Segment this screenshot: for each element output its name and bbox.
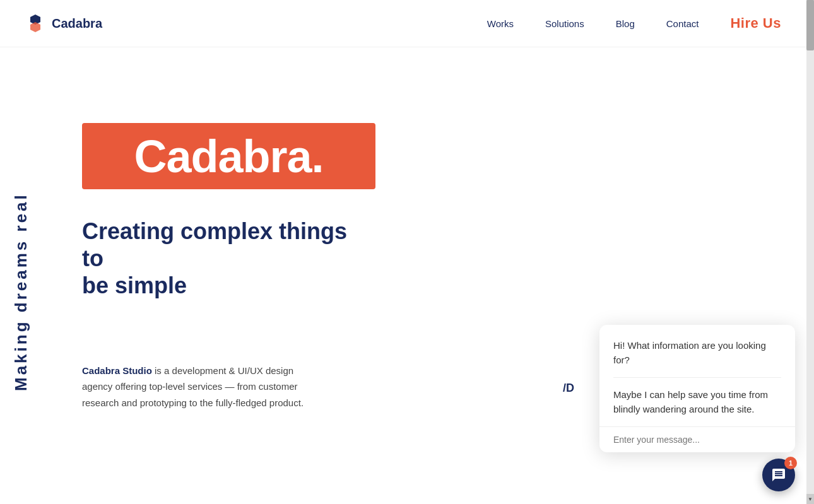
nav-works[interactable]: Works: [487, 18, 514, 29]
hero-brand-text: Cadabra.: [134, 131, 323, 182]
bottom-label: /D: [563, 382, 574, 395]
chat-popup: Hi! What information are you looking for…: [599, 325, 795, 452]
chat-input[interactable]: [613, 435, 781, 445]
logo-text: Cadabra: [52, 16, 102, 31]
scroll-down-arrow[interactable]: ▼: [806, 494, 814, 504]
scroll-thumb[interactable]: [806, 0, 814, 50]
chat-icon: [771, 467, 786, 483]
hire-us-button[interactable]: Hire Us: [730, 15, 781, 32]
header: Cadabra Works Solutions Blog Contact Hir…: [0, 0, 806, 47]
chat-messages: Hi! What information are you looking for…: [599, 325, 795, 427]
hero-description: Cadabra Studio is a development & UI/UX …: [82, 363, 322, 411]
main-nav: Works Solutions Blog Contact Hire Us: [487, 15, 781, 32]
logo[interactable]: Cadabra: [25, 13, 102, 33]
logo-icon: [25, 13, 45, 33]
chat-bubble-button[interactable]: 1: [762, 459, 795, 491]
hero-headline: Creating complex things to be simple: [82, 218, 372, 300]
chat-container: Hi! What information are you looking for…: [599, 325, 795, 491]
chat-message-2: Maybe I can help save you time from blin…: [613, 388, 781, 416]
chat-divider: [613, 377, 781, 378]
scrollbar[interactable]: ▲ ▼: [806, 0, 814, 504]
chat-message-1: Hi! What information are you looking for…: [613, 339, 781, 367]
nav-solutions[interactable]: Solutions: [545, 18, 584, 29]
nav-blog[interactable]: Blog: [616, 18, 635, 29]
nav-contact[interactable]: Contact: [666, 18, 699, 29]
chat-notification-badge: 1: [784, 457, 797, 469]
chat-input-area: [599, 427, 795, 452]
vertical-tagline: Making dreams real: [11, 170, 31, 391]
hero-brand-box: Cadabra.: [82, 123, 375, 189]
